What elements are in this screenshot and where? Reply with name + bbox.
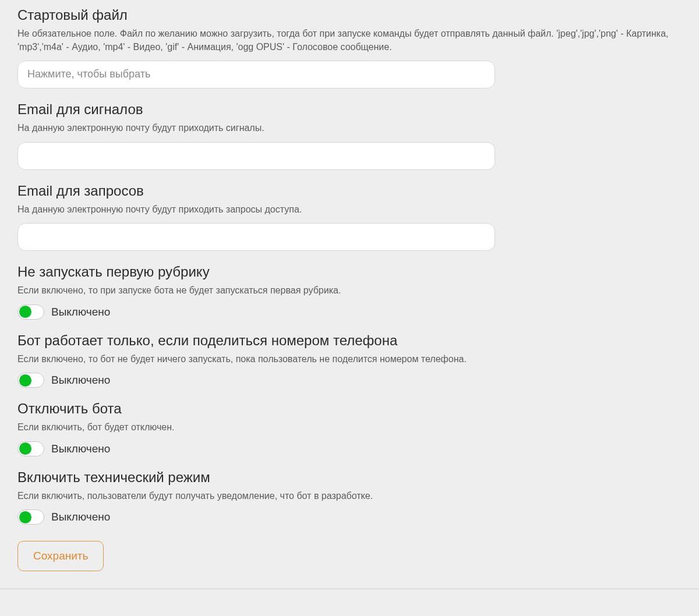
toggle-knob-icon bbox=[19, 306, 31, 318]
toggle-state-label: Выключено bbox=[51, 511, 110, 523]
toggle-row: Выключено bbox=[17, 509, 682, 525]
settings-form: Стартовый файл Не обязательное поле. Фай… bbox=[0, 0, 699, 589]
save-button[interactable]: Сохранить bbox=[17, 541, 104, 571]
toggle-knob-icon bbox=[19, 511, 31, 523]
field-title: Не запускать первую рубрику bbox=[17, 263, 682, 281]
field-title: Email для сигналов bbox=[17, 100, 682, 118]
field-title: Включить технический режим bbox=[17, 468, 682, 486]
toggle-state-label: Выключено bbox=[51, 374, 110, 387]
field-desc: Если включить, бот будет отключен. bbox=[17, 421, 670, 434]
email-signals-input[interactable] bbox=[17, 142, 495, 170]
toggle-state-label: Выключено bbox=[51, 442, 110, 455]
field-disable-bot: Отключить бота Если включить, бот будет … bbox=[17, 399, 682, 456]
field-desc: На данную электронную почту будут приход… bbox=[17, 203, 670, 216]
toggle-row: Выключено bbox=[17, 305, 682, 320]
email-requests-input[interactable] bbox=[17, 223, 495, 251]
no-first-rubric-toggle[interactable] bbox=[17, 305, 44, 320]
field-desc: Если включено, то бот не будет ничего за… bbox=[17, 353, 670, 366]
tech-mode-toggle[interactable] bbox=[17, 509, 44, 525]
field-desc: Если включено, то при запуске бота не бу… bbox=[17, 284, 670, 297]
phone-required-toggle[interactable] bbox=[17, 373, 44, 388]
field-title: Email для запросов bbox=[17, 182, 682, 200]
field-email-requests: Email для запросов На данную электронную… bbox=[17, 182, 682, 252]
toggle-knob-icon bbox=[19, 374, 31, 387]
field-desc: Если включить, пользователи будут получа… bbox=[17, 490, 670, 502]
field-desc: Не обязательное поле. Файл по желанию мо… bbox=[17, 27, 670, 54]
field-email-signals: Email для сигналов На данную электронную… bbox=[17, 100, 682, 170]
field-title: Стартовый файл bbox=[17, 6, 682, 24]
toggle-row: Выключено bbox=[17, 441, 682, 456]
disable-bot-toggle[interactable] bbox=[17, 441, 44, 456]
field-title: Отключить бота bbox=[17, 399, 682, 417]
toggle-knob-icon bbox=[19, 442, 31, 455]
field-no-first-rubric: Не запускать первую рубрику Если включен… bbox=[17, 263, 682, 320]
toggle-row: Выключено bbox=[17, 373, 682, 388]
field-start-file: Стартовый файл Не обязательное поле. Фай… bbox=[17, 6, 682, 88]
field-title: Бот работает только, если поделиться ном… bbox=[17, 331, 682, 349]
start-file-input[interactable] bbox=[17, 61, 495, 88]
field-tech-mode: Включить технический режим Если включить… bbox=[17, 468, 682, 525]
toggle-state-label: Выключено bbox=[51, 306, 110, 318]
field-phone-required: Бот работает только, если поделиться ном… bbox=[17, 331, 682, 388]
field-desc: На данную электронную почту будут приход… bbox=[17, 122, 670, 134]
